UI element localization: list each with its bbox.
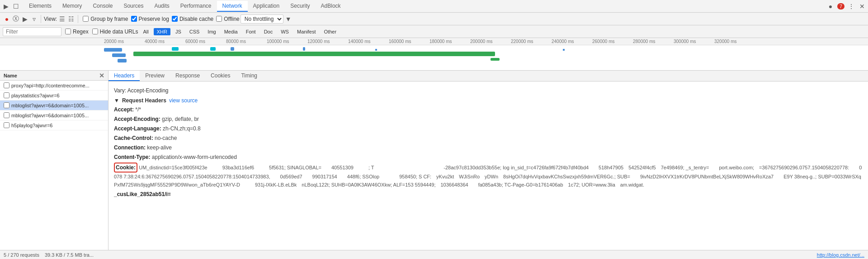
- detail-tab-timing[interactable]: Timing: [236, 71, 263, 81]
- more-icon[interactable]: ⋮: [847, 2, 855, 10]
- view-compact-icon[interactable]: ☷: [67, 15, 75, 23]
- ruler-tick: 60000 ms: [185, 39, 226, 44]
- ruler-tick: 220000 ms: [511, 39, 552, 44]
- ruler-tick: 320000 ms: [714, 39, 755, 44]
- filter-css-btn[interactable]: CSS: [186, 28, 203, 35]
- ruler-tick: 80000 ms: [226, 39, 267, 44]
- req-checkbox-2[interactable]: [4, 102, 9, 108]
- request-item-1[interactable]: playstatistics?ajwvr=6: [0, 91, 108, 101]
- tab-application[interactable]: Application: [248, 1, 285, 12]
- req-label-2: mbloglist?ajwvr=6&domain=1005...: [11, 103, 89, 108]
- detail-tab-headers[interactable]: Headers: [108, 71, 140, 81]
- tab-sources[interactable]: Sources: [118, 1, 149, 12]
- offline-label[interactable]: Offline: [224, 16, 239, 22]
- filter-other-btn[interactable]: Other: [321, 28, 340, 35]
- filter-manifest-btn[interactable]: Manifest: [294, 28, 319, 35]
- request-item-4[interactable]: h5playlog?ajwvr=6: [0, 120, 108, 130]
- clear-button[interactable]: Ⓧ: [12, 15, 20, 23]
- group-by-frame-group: Group by frame: [83, 16, 128, 22]
- group-by-frame-label[interactable]: Group by frame: [90, 16, 128, 22]
- section-title-text: Request Headers: [122, 97, 166, 104]
- req-checkbox-0[interactable]: [4, 82, 9, 88]
- timeline-bar-green: [133, 52, 495, 56]
- filter-doc-btn[interactable]: Doc: [261, 28, 276, 35]
- devtools-tab-bar: ▶ ☐ Elements Memory Console Sources Audi…: [0, 0, 868, 13]
- disable-cache-group: Disable cache: [172, 16, 213, 22]
- header-accept-val: */*: [135, 106, 141, 113]
- preserve-log-checkbox[interactable]: [131, 16, 137, 22]
- timeline-area: 20000 ms40000 ms60000 ms80000 ms100000 m…: [0, 38, 868, 71]
- filter-input[interactable]: [3, 27, 61, 36]
- header-cuslike: _cusLike_2852ab51/i=: [114, 190, 863, 198]
- detail-tab-preview[interactable]: Preview: [140, 71, 170, 81]
- disable-cache-label[interactable]: Disable cache: [179, 16, 213, 22]
- camera-button[interactable]: ▶: [21, 15, 29, 23]
- tab-performance[interactable]: Performance: [175, 1, 217, 12]
- view-list-icon[interactable]: ☰: [58, 15, 66, 23]
- filter-img-btn[interactable]: Img: [204, 28, 219, 35]
- throttling-dropdown-icon[interactable]: ▼: [284, 15, 292, 23]
- request-list: Name ✕ proxy?api=http://contentrecomme..…: [0, 71, 108, 250]
- inspect-icon[interactable]: ▶: [2, 2, 10, 10]
- req-checkbox-3[interactable]: [4, 112, 9, 118]
- filter-js-btn[interactable]: JS: [172, 28, 184, 35]
- tab-memory[interactable]: Memory: [57, 1, 87, 12]
- header-cookie-key: Cookie:: [116, 164, 136, 171]
- req-label-1: playstatistics?ajwvr=6: [11, 93, 60, 98]
- filter-all-btn[interactable]: All: [140, 28, 151, 35]
- timeline-bar-blue1: [104, 48, 122, 52]
- request-item-0[interactable]: proxy?api=http://contentrecomme...: [0, 81, 108, 91]
- tab-security[interactable]: Security: [285, 1, 315, 12]
- tab-console[interactable]: Console: [87, 1, 118, 12]
- network-toolbar: ● Ⓧ ▶ ▿ View: ☰ ☷ Group by frame Preserv…: [0, 13, 868, 25]
- detail-panel: Headers Preview Response Cookies Timing …: [108, 71, 868, 250]
- tab-network[interactable]: Network: [217, 1, 248, 12]
- status-url-hint[interactable]: http://blog.csdn.net/...: [817, 252, 864, 258]
- req-label-0: proxy?api=http://contentrecomme...: [11, 83, 90, 88]
- header-cc-val: no-cache: [155, 135, 177, 141]
- error-icon[interactable]: ●: [826, 2, 835, 10]
- disable-cache-checkbox[interactable]: [172, 16, 178, 22]
- group-by-frame-checkbox[interactable]: [83, 16, 89, 22]
- request-item-2[interactable]: mbloglist?ajwvr=6&domain=1005...: [0, 101, 108, 110]
- close-detail-btn[interactable]: ✕: [99, 72, 104, 79]
- tab-audits[interactable]: Audits: [149, 1, 175, 12]
- hide-data-label[interactable]: Hide data URLs: [100, 29, 138, 35]
- timeline-dot2: [563, 49, 565, 51]
- regex-checkbox[interactable]: [65, 29, 71, 34]
- toolbar-sep1: [41, 15, 41, 23]
- filter-button[interactable]: ▿: [30, 15, 38, 23]
- regex-label[interactable]: Regex: [73, 29, 89, 35]
- header-conn-val: keep-alive: [147, 144, 172, 151]
- req-label-4: h5playlog?ajwvr=6: [11, 123, 52, 128]
- record-button[interactable]: ●: [3, 15, 11, 23]
- view-source-link[interactable]: view source: [169, 97, 198, 104]
- detail-tab-response[interactable]: Response: [170, 71, 205, 81]
- header-cookie: Cookie: UM_distinctid=15ce3f005f423e 93b…: [114, 163, 863, 189]
- req-checkbox-1[interactable]: [4, 92, 9, 98]
- request-item-3[interactable]: mbloglist?ajwvr=6&domain=1005...: [0, 110, 108, 120]
- ruler-tick: 120000 ms: [307, 39, 348, 44]
- tab-elements[interactable]: Elements: [24, 1, 57, 12]
- throttling-select[interactable]: No throttling: [241, 14, 283, 24]
- req-checkbox-4[interactable]: [4, 122, 9, 128]
- close-devtools-icon[interactable]: ✕: [858, 2, 866, 10]
- preserve-log-label[interactable]: Preserve log: [139, 16, 169, 22]
- status-size: 39.3 KB / 7.5 MB tra...: [45, 252, 94, 258]
- filter-xhr-btn[interactable]: XHR: [154, 28, 170, 35]
- header-ct-val: application/x-www-form-urlencoded: [152, 154, 237, 160]
- tab-adblock[interactable]: AdBlock: [316, 1, 346, 12]
- filter-font-btn[interactable]: Font: [243, 28, 259, 35]
- filter-ws-btn[interactable]: WS: [278, 28, 292, 35]
- preserve-log-group: Preserve log: [131, 16, 169, 22]
- name-column-header: Name: [4, 73, 17, 78]
- header-cc-key: Cache-Control:: [114, 135, 153, 141]
- offline-checkbox[interactable]: [216, 16, 222, 22]
- device-icon[interactable]: ☐: [12, 2, 20, 10]
- toolbar-sep2: [78, 15, 78, 23]
- filter-media-btn[interactable]: Media: [221, 28, 241, 35]
- ruler-tick: 40000 ms: [145, 39, 185, 44]
- detail-tab-cookies[interactable]: Cookies: [205, 71, 236, 81]
- section-toggle[interactable]: ▼: [114, 97, 119, 104]
- hide-data-checkbox[interactable]: [92, 29, 98, 34]
